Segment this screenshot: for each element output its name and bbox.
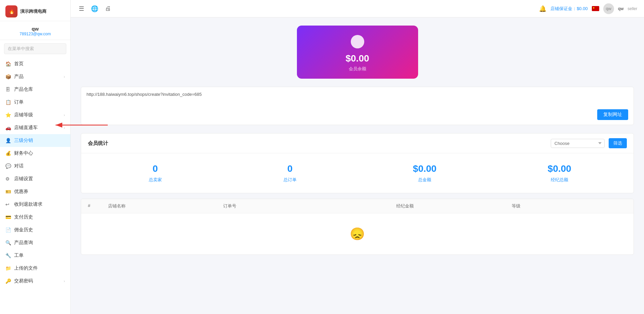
sidebar-item-orders[interactable]: 📋 订单 bbox=[0, 96, 70, 109]
sidebar: 🔥 演示跨境电商 qw 789123@qw.com 在菜单中搜索 🏠 首页 📦 … bbox=[0, 0, 71, 314]
nav-icon-trade-password: 🔑 bbox=[5, 278, 11, 284]
menu-toggle-icon[interactable]: ☰ bbox=[77, 4, 86, 14]
sidebar-email: 789123@qw.com bbox=[5, 32, 65, 36]
sidebar-item-store-level[interactable]: ⭐ 店铺等级 › bbox=[0, 109, 70, 121]
nav-label-trade-password: 交易密码 bbox=[14, 278, 33, 284]
table-section: #店铺名称订单号经纪金额等级 😞 bbox=[81, 199, 634, 255]
sidebar-item-tools[interactable]: 🔧 工单 bbox=[0, 249, 70, 262]
stat-item-1: 0 总订单 bbox=[223, 163, 357, 183]
app-title: 演示跨境电商 bbox=[20, 9, 46, 14]
topbar-username[interactable]: qw bbox=[618, 6, 624, 11]
stat-value-1: 0 bbox=[287, 163, 293, 174]
main-content: $0.00 会员余额 http://188.haiwaiym6.top/shop… bbox=[71, 17, 644, 314]
stat-label-3: 经纪总额 bbox=[551, 177, 568, 183]
nav-label-tools: 工单 bbox=[14, 252, 24, 259]
menu-search[interactable]: 在菜单中搜索 bbox=[4, 43, 66, 54]
sidebar-item-store-express[interactable]: 🚗 店铺直通车 › bbox=[0, 121, 70, 134]
user-avatar[interactable]: qw bbox=[603, 3, 614, 14]
filter-button[interactable]: 筛选 bbox=[609, 138, 627, 148]
nav-label-home: 首页 bbox=[14, 61, 24, 67]
sidebar-logo: 🔥 演示跨境电商 bbox=[0, 0, 70, 21]
balance-circle-icon bbox=[351, 35, 364, 48]
nav-icon-commission-history: 📄 bbox=[5, 227, 11, 233]
sidebar-item-payment-history[interactable]: 💳 支付历史 bbox=[0, 211, 70, 224]
nav-icon-chat: 💬 bbox=[5, 163, 11, 169]
sidebar-item-chat[interactable]: 💬 对话 bbox=[0, 160, 70, 172]
stats-header: 会员统计 Choose 筛选 bbox=[81, 133, 634, 153]
copy-url-button[interactable]: 复制网址 bbox=[597, 109, 628, 120]
nav-icon-refunds: ↩ bbox=[5, 202, 11, 207]
nav-label-commission-history: 佣金历史 bbox=[14, 227, 33, 233]
nav-label-chat: 对话 bbox=[14, 163, 24, 169]
table-col-4: 等级 bbox=[512, 203, 627, 209]
stat-label-0: 总卖家 bbox=[149, 177, 162, 183]
nav-icon-finance: 💰 bbox=[5, 151, 11, 156]
nav-icon-coupons: 🎫 bbox=[5, 189, 11, 194]
nav-icon-three-tier: 👤 bbox=[5, 138, 11, 143]
table-col-0: # bbox=[88, 203, 108, 209]
guarantee-amount: 店铺保证金：$0.00 bbox=[550, 6, 588, 12]
stat-value-3: $0.00 bbox=[548, 163, 571, 174]
sidebar-item-three-tier[interactable]: 👤 三级分销 bbox=[0, 134, 70, 147]
stats-numbers: 0 总卖家 0 总订单 $0.00 总金额 $0.00 经纪总额 bbox=[81, 153, 634, 193]
nav-label-coupons: 优惠券 bbox=[14, 189, 28, 195]
topbar: ☰ 🌐 🖨 🔔 店铺保证金：$0.00 qw qw seller bbox=[71, 0, 644, 17]
stat-value-0: 0 bbox=[152, 163, 158, 174]
print-icon[interactable]: 🖨 bbox=[104, 4, 112, 13]
nav-arrow-products: › bbox=[64, 75, 65, 79]
language-flag-icon[interactable] bbox=[592, 6, 599, 11]
nav-label-uploaded-files: 上传的文件 bbox=[14, 265, 38, 271]
stat-item-2: $0.00 总金额 bbox=[358, 163, 492, 183]
sidebar-item-finance[interactable]: 💰 财务中心 bbox=[0, 147, 70, 160]
sidebar-username: qw bbox=[5, 26, 65, 32]
nav-label-warehouse: 产品仓库 bbox=[14, 86, 33, 92]
nav-icon-orders: 📋 bbox=[5, 100, 11, 105]
sidebar-item-refunds[interactable]: ↩ 收到退款请求 bbox=[0, 198, 70, 211]
sidebar-item-uploaded-files[interactable]: 📁 上传的文件 bbox=[0, 262, 70, 275]
nav-icon-store-settings: ⚙ bbox=[5, 176, 11, 182]
table-col-1: 店铺名称 bbox=[108, 203, 223, 209]
stats-section: 会员统计 Choose 筛选 0 总卖家 0 总订单 $0.00 总金额 $0.… bbox=[81, 133, 634, 193]
sidebar-item-coupons[interactable]: 🎫 优惠券 bbox=[0, 185, 70, 198]
nav-label-products: 产品 bbox=[14, 74, 24, 80]
sidebar-item-trade-password[interactable]: 🔑 交易密码 › bbox=[0, 275, 70, 287]
stat-item-3: $0.00 经纪总额 bbox=[492, 163, 627, 183]
nav-label-refunds: 收到退款请求 bbox=[14, 201, 42, 207]
nav-icon-payment-history: 💳 bbox=[5, 214, 11, 220]
globe-icon[interactable]: 🌐 bbox=[90, 4, 100, 14]
invitation-url-text: http://188.haiwaiym6.top/shops/create?in… bbox=[87, 92, 628, 105]
table-col-3: 经纪金额 bbox=[396, 203, 511, 209]
stats-title: 会员统计 bbox=[88, 140, 547, 147]
nav-icon-home: 🏠 bbox=[5, 61, 11, 67]
nav-label-store-level: 店铺等级 bbox=[14, 112, 33, 118]
nav-icon-products: 📦 bbox=[5, 74, 11, 79]
stat-label-2: 总金额 bbox=[418, 177, 431, 183]
sidebar-item-products[interactable]: 📦 产品 › bbox=[0, 70, 70, 83]
sidebar-item-commission-history[interactable]: 📄 佣金历史 bbox=[0, 224, 70, 236]
notification-bell-icon[interactable]: 🔔 bbox=[539, 5, 546, 12]
nav-label-three-tier: 三级分销 bbox=[14, 138, 33, 144]
balance-card: $0.00 会员余额 bbox=[297, 26, 418, 79]
empty-face-icon: 😞 bbox=[95, 227, 620, 241]
nav-label-store-settings: 店铺设置 bbox=[14, 176, 33, 182]
nav-icon-warehouse: 🗄 bbox=[5, 87, 11, 92]
stat-value-2: $0.00 bbox=[413, 163, 437, 174]
stat-item-0: 0 总卖家 bbox=[88, 163, 223, 183]
table-empty: 😞 bbox=[81, 213, 634, 254]
sidebar-item-product-query[interactable]: 🔍 产品查询 bbox=[0, 236, 70, 249]
sidebar-item-warehouse[interactable]: 🗄 产品仓库 bbox=[0, 83, 70, 96]
nav-icon-product-query: 🔍 bbox=[5, 240, 11, 245]
nav-label-store-express: 店铺直通车 bbox=[14, 125, 38, 131]
nav-list: 🏠 首页 📦 产品 › 🗄 产品仓库 📋 订单 ⭐ 店铺等级 › 🚗 店铺直通车… bbox=[0, 57, 70, 287]
user-info: qw 789123@qw.com bbox=[0, 21, 70, 40]
nav-label-finance: 财务中心 bbox=[14, 150, 33, 156]
sidebar-item-store-settings[interactable]: ⚙ 店铺设置 bbox=[0, 172, 70, 185]
nav-label-orders: 订单 bbox=[14, 99, 24, 105]
nav-arrow-store-level: › bbox=[64, 113, 65, 117]
choose-select[interactable]: Choose bbox=[551, 139, 605, 148]
topbar-right: 🔔 店铺保证金：$0.00 qw qw seller bbox=[539, 3, 637, 14]
balance-amount: $0.00 bbox=[305, 53, 410, 64]
table-header: #店铺名称订单号经纪金额等级 bbox=[81, 199, 634, 213]
main-wrap: ☰ 🌐 🖨 🔔 店铺保证金：$0.00 qw qw seller $0.00 会… bbox=[71, 0, 644, 314]
sidebar-item-home[interactable]: 🏠 首页 bbox=[0, 57, 70, 70]
